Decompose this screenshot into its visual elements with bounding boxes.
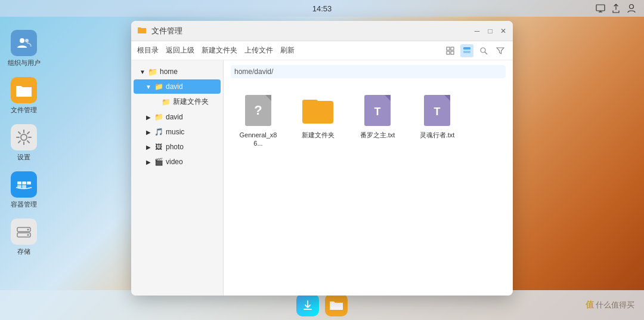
list-item[interactable]: T 灵魂行者.txt	[413, 90, 461, 152]
svg-rect-21	[463, 51, 470, 53]
watermark: 值 什么值得买	[586, 300, 634, 310]
minimize-button[interactable]: ─	[472, 26, 482, 36]
expand-arrow-david2[interactable]: ▶	[144, 113, 153, 121]
svg-rect-8	[22, 181, 26, 184]
main-content: home/david/ ? Genneral_x86...	[224, 60, 513, 296]
sidebar-item-file-mgr[interactable]: 文件管理	[3, 73, 45, 118]
toolbar-upload-btn[interactable]: 上传文件	[244, 45, 273, 56]
nav-item-new-folder[interactable]: ▶ 📁 新建文件夹	[134, 94, 221, 109]
file-icon-unknown: ?	[242, 94, 275, 127]
expand-arrow-david[interactable]: ▼	[144, 82, 153, 91]
sidebar-label-container-mgr: 容器管理	[11, 200, 37, 209]
expand-arrow-new-folder: ▶	[151, 98, 160, 106]
svg-point-15	[27, 234, 29, 236]
svg-point-5	[25, 39, 29, 42]
svg-point-3	[630, 5, 634, 9]
file-icon-folder	[301, 94, 335, 127]
nav-item-video[interactable]: ▶ 🎬 video	[134, 155, 221, 169]
file-name-0: Genneral_x86...	[237, 131, 280, 148]
svg-rect-18	[447, 51, 450, 54]
desktop: 14:53	[0, 0, 644, 320]
expand-arrow-music[interactable]: ▶	[144, 128, 153, 136]
window-body: ▼ 📁 home ▼ 📁 david ▶ 📁 新建文件夹	[131, 60, 513, 296]
close-button[interactable]: ✕	[499, 26, 508, 36]
list-view-btn[interactable]	[460, 44, 473, 57]
toolbar-root-btn[interactable]: 根目录	[137, 45, 159, 56]
svg-rect-0	[596, 5, 605, 11]
svg-rect-20	[463, 47, 470, 50]
grid-view-btn[interactable]	[444, 44, 457, 57]
upload-icon[interactable]	[611, 3, 621, 14]
window-title: 文件管理	[151, 26, 182, 36]
nav-folder-icon-new: 📁	[161, 97, 171, 107]
nav-label-david2: david	[166, 113, 183, 121]
sidebar-label-file-mgr: 文件管理	[11, 106, 37, 115]
sidebar-item-org-users[interactable]: 组织与用户	[3, 26, 45, 71]
file-name-1: 新建文件夹	[302, 131, 335, 139]
clock: 14:53	[312, 4, 332, 13]
topbar-controls	[595, 3, 637, 14]
sidebar: 组织与用户 文件管理 设置	[0, 17, 48, 290]
svg-rect-7	[17, 181, 21, 184]
nav-folder-icon-photo: 🖼	[154, 142, 163, 152]
toolbar-up-btn[interactable]: 返回上级	[166, 45, 194, 56]
toolbar-refresh-btn[interactable]: 刷新	[280, 45, 295, 56]
nav-label-music: music	[166, 128, 184, 136]
screen-icon[interactable]	[595, 3, 606, 14]
expand-arrow-home[interactable]: ▼	[138, 67, 147, 76]
svg-rect-17	[451, 47, 454, 50]
expand-arrow-photo[interactable]: ▶	[144, 143, 153, 151]
nav-item-home[interactable]: ▼ 📁 home	[134, 64, 221, 79]
window-titlebar: 文件管理 ─ □ ✕	[131, 21, 513, 41]
svg-point-14	[27, 229, 29, 230]
nav-label-photo: photo	[166, 143, 184, 151]
nav-folder-icon-david: 📁	[154, 82, 163, 91]
list-item[interactable]: T 番罗之主.txt	[354, 90, 401, 152]
nav-sidebar: ▼ 📁 home ▼ 📁 david ▶ 📁 新建文件夹	[131, 60, 224, 296]
nav-label-home: home	[160, 67, 178, 76]
maximize-button[interactable]: □	[485, 26, 495, 36]
nav-label-video: video	[166, 158, 183, 166]
taskbar-arrow-icon[interactable]	[296, 294, 319, 316]
nav-folder-icon-home: 📁	[148, 67, 157, 76]
svg-point-6	[21, 134, 27, 140]
file-name-2: 番罗之主.txt	[360, 131, 395, 139]
file-manager-window: 文件管理 ─ □ ✕ 根目录 返回上级 新建文件夹 上传文件 刷新	[131, 21, 513, 296]
nav-item-david2[interactable]: ▶ 📁 david	[134, 110, 221, 124]
path-bar: home/david/	[231, 65, 506, 78]
svg-line-23	[485, 52, 487, 54]
svg-point-4	[20, 38, 24, 43]
nav-folder-icon-music: 🎵	[154, 127, 163, 137]
window-title-folder-icon	[137, 26, 148, 36]
nav-item-photo[interactable]: ▶ 🖼 photo	[134, 140, 221, 154]
user-icon[interactable]	[626, 3, 637, 14]
topbar: 14:53	[0, 0, 644, 17]
svg-point-22	[481, 48, 485, 53]
nav-folder-icon-david2: 📁	[154, 112, 163, 122]
sidebar-label-settings: 设置	[17, 153, 30, 162]
filter-btn[interactable]	[494, 44, 507, 57]
svg-rect-16	[447, 47, 450, 50]
sidebar-item-container-mgr[interactable]: 容器管理	[3, 168, 45, 213]
taskbar-folder-icon[interactable]	[325, 294, 348, 316]
sidebar-item-settings[interactable]: 设置	[3, 121, 45, 165]
svg-rect-11	[22, 185, 26, 188]
toolbar-view-controls	[444, 44, 507, 57]
expand-arrow-video[interactable]: ▶	[144, 158, 153, 166]
nav-item-david-selected[interactable]: ▼ 📁 david	[134, 79, 221, 94]
svg-rect-9	[27, 181, 31, 184]
list-item[interactable]: 新建文件夹	[294, 90, 342, 152]
nav-folder-icon-video: 🎬	[154, 157, 163, 167]
sidebar-item-storage[interactable]: 存储	[3, 215, 45, 260]
list-item[interactable]: ? Genneral_x86...	[234, 90, 282, 152]
file-name-3: 灵魂行者.txt	[420, 131, 455, 139]
nav-label-david: david	[166, 82, 183, 91]
svg-rect-19	[451, 51, 454, 54]
nav-label-new-folder: 新建文件夹	[173, 97, 209, 107]
window-controls: ─ □ ✕	[472, 26, 508, 36]
search-btn[interactable]	[477, 44, 490, 57]
sidebar-label-org-users: 组织与用户	[8, 59, 41, 67]
toolbar-new-folder-btn[interactable]: 新建文件夹	[202, 45, 237, 56]
file-grid: ? Genneral_x86... 新建文件夹	[231, 87, 506, 155]
nav-item-music[interactable]: ▶ 🎵 music	[134, 125, 221, 139]
